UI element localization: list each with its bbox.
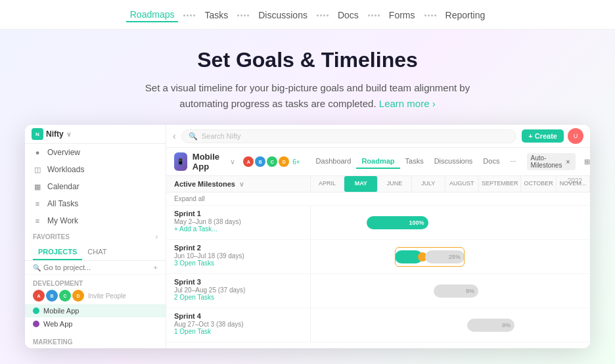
search-icon: 🔍 bbox=[189, 132, 198, 141]
back-icon[interactable]: ‹ bbox=[173, 131, 176, 141]
month-august: AUGUST bbox=[445, 176, 479, 192]
development-label: DEVELOPMENT bbox=[33, 280, 83, 287]
sprint-3-bar[interactable]: 9% bbox=[434, 284, 478, 298]
project-item-web-app[interactable]: Web App bbox=[25, 317, 166, 330]
sprint-4-percent: 0% bbox=[502, 322, 511, 329]
sidebar-tab-projects[interactable]: PROJECTS bbox=[33, 244, 82, 260]
nav-item-docs[interactable]: Docs bbox=[334, 9, 363, 22]
hero-description: Set a visual timeline for your big-pictu… bbox=[143, 80, 472, 112]
project-nav-tabs: Dashboard Roadmap Tasks Discussions Docs… bbox=[311, 154, 522, 169]
sprint-4-name: Sprint 4 bbox=[174, 312, 302, 320]
dev-avatar-3: C bbox=[59, 290, 71, 302]
app-topbar: N Nifty ∨ bbox=[25, 125, 166, 144]
sidebar-my-work-label: My Work bbox=[47, 216, 78, 225]
auto-milestone-close[interactable]: × bbox=[564, 158, 572, 166]
proj-tab-discussions[interactable]: Discussions bbox=[429, 154, 478, 169]
sprint-3-tasks[interactable]: 2 Open Tasks bbox=[174, 294, 302, 301]
create-button[interactable]: + Create bbox=[522, 129, 564, 143]
sprint-2-tasks[interactable]: 3 Open Tasks bbox=[174, 260, 302, 267]
sprint-1-name: Sprint 1 bbox=[174, 210, 302, 217]
sidebar-search-input[interactable] bbox=[43, 263, 151, 271]
sprint-1-timeline: 100% bbox=[311, 206, 590, 239]
sprint-2-info: Sprint 2 Jun 10–Jul 18 (39 days) 3 Open … bbox=[166, 240, 311, 273]
sidebar-item-my-work[interactable]: ≡ My Work bbox=[25, 212, 166, 229]
sprint-4-timeline: 0% bbox=[311, 308, 590, 342]
workloads-icon: ◫ bbox=[33, 165, 42, 174]
marketing-label: MARKETING bbox=[33, 338, 73, 346]
mobile-app-dot bbox=[33, 307, 39, 314]
auto-milestone-badge[interactable]: Auto-Milestones × bbox=[527, 153, 576, 170]
sprint-4-tasks[interactable]: 1 Open Task bbox=[174, 328, 302, 335]
proj-member-3: C bbox=[267, 156, 277, 167]
marketing-avatars: E F G Invite People bbox=[25, 347, 166, 348]
expand-all-label: Expand all bbox=[174, 195, 205, 202]
sprint-1-percent: 100% bbox=[409, 219, 424, 226]
sidebar-tab-chat-label: CHAT bbox=[87, 248, 106, 256]
sprint-row-1: Sprint 1 May 2–Jun 8 (38 days) + Add a T… bbox=[166, 206, 590, 240]
project-chevron-icon: ∨ bbox=[230, 158, 235, 166]
sidebar-item-all-tasks[interactable]: ≡ All Tasks bbox=[25, 195, 166, 212]
hero-title: Set Goals & Timelines bbox=[13, 48, 602, 72]
sprint-2-bar-gray: 25% bbox=[425, 250, 465, 263]
user-avatar: U bbox=[568, 128, 583, 144]
sprint-1-bar[interactable]: 100% bbox=[367, 216, 428, 229]
sidebar-item-overview[interactable]: ● Overview bbox=[25, 144, 166, 161]
sidebar-search[interactable]: 🔍 + bbox=[25, 261, 166, 275]
sprint-row-4: Sprint 4 Aug 27–Oct 3 (38 days) 1 Open T… bbox=[166, 308, 590, 342]
sprint-3-info: Sprint 3 Jul 20–Aug 25 (37 days) 2 Open … bbox=[166, 274, 311, 307]
month-may: MAY bbox=[344, 176, 378, 192]
expand-all-row[interactable]: Expand all bbox=[166, 193, 590, 206]
sidebar-item-workloads[interactable]: ◫ Workloads bbox=[25, 161, 166, 178]
dev-avatar-4: D bbox=[72, 290, 84, 302]
sidebar-tab-chat[interactable]: CHAT bbox=[82, 244, 112, 260]
nav-item-forms[interactable]: Forms bbox=[385, 9, 419, 22]
main-content: ‹ 🔍 Search Nifty + Create U 📱 Mobile App… bbox=[166, 125, 590, 348]
nav-item-reporting[interactable]: Reporting bbox=[442, 9, 490, 22]
proj-tab-dashboard[interactable]: Dashboard bbox=[311, 154, 357, 169]
nav-item-roadmaps[interactable]: Roadmaps bbox=[126, 8, 179, 22]
development-section: DEVELOPMENT A B C D Invite People Mobile… bbox=[25, 275, 166, 333]
nifty-brand: N Nifty ∨ bbox=[32, 128, 71, 140]
project-avatar: 📱 bbox=[174, 152, 187, 171]
sprint-3-name: Sprint 3 bbox=[174, 278, 302, 286]
project-topbar: 📱 Mobile App ∨ A B C D 6+ Dashboard Road… bbox=[166, 148, 590, 176]
project-name: Mobile App bbox=[193, 152, 225, 171]
active-milestones-label: Active Milestones bbox=[174, 180, 235, 188]
sprint-3-timeline: 9% bbox=[311, 274, 590, 307]
roadmap-left-header: Active Milestones ∨ bbox=[166, 176, 311, 192]
nav-dots-5 bbox=[424, 14, 436, 16]
web-app-dot bbox=[33, 321, 39, 327]
project-item-mobile-app[interactable]: Mobile App bbox=[25, 304, 166, 317]
sidebar-all-tasks-label: All Tasks bbox=[47, 199, 78, 208]
favorites-label: FAVORITES bbox=[33, 233, 70, 240]
dev-avatar-2: B bbox=[46, 290, 58, 302]
hero-learn-more-link[interactable]: Learn more bbox=[379, 98, 436, 109]
proj-tab-roadmap[interactable]: Roadmap bbox=[356, 154, 399, 169]
proj-member-4: D bbox=[279, 156, 289, 167]
dev-avatars: A B C D Invite People bbox=[25, 288, 166, 304]
nav-label-forms: Forms bbox=[389, 10, 415, 20]
dev-invite-btn[interactable]: Invite People bbox=[88, 292, 126, 300]
nav-item-discussions[interactable]: Discussions bbox=[254, 9, 311, 22]
sprint-4-bar[interactable]: 0% bbox=[467, 319, 514, 332]
view-grid-btn[interactable]: ⊞ bbox=[580, 154, 590, 169]
dev-avatar-1: A bbox=[33, 290, 45, 302]
sprint-row-3: Sprint 3 Jul 20–Aug 25 (37 days) 2 Open … bbox=[166, 274, 590, 308]
sprint-1-tasks[interactable]: + Add a Task... bbox=[174, 225, 302, 233]
month-july: JULY bbox=[412, 176, 445, 192]
global-search[interactable]: 🔍 Search Nifty bbox=[181, 129, 517, 143]
proj-tab-more[interactable]: ··· bbox=[505, 154, 521, 169]
nifty-logo-icon: N bbox=[32, 128, 43, 140]
search-icon: 🔍 bbox=[33, 264, 41, 271]
proj-tab-docs[interactable]: Docs bbox=[478, 154, 505, 169]
nav-item-tasks[interactable]: Tasks bbox=[200, 9, 232, 22]
app-screenshot: N Nifty ∨ ● Overview ◫ Workloads ▦ Calen… bbox=[25, 125, 590, 348]
proj-tab-tasks[interactable]: Tasks bbox=[400, 154, 429, 169]
nav-dots-3 bbox=[317, 14, 329, 16]
add-project-icon[interactable]: + bbox=[154, 263, 158, 271]
sidebar-item-calendar[interactable]: ▦ Calendar bbox=[25, 178, 166, 195]
view-mode-icons: ⊞ ≡ D W M Y ⤢ bbox=[580, 154, 590, 169]
nav-dots-4 bbox=[368, 14, 380, 16]
nifty-brand-label: Nifty bbox=[46, 129, 64, 139]
sprint-3-percent: 9% bbox=[466, 288, 474, 294]
